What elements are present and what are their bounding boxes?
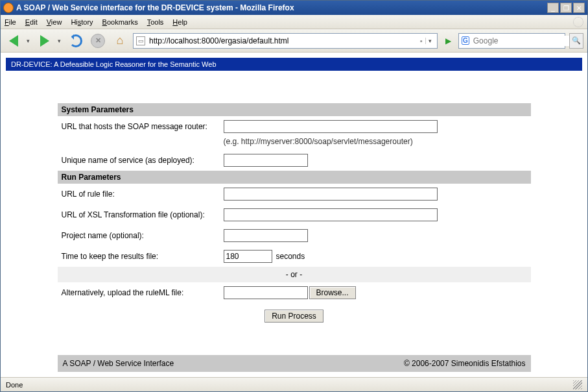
section-system-parameters: System Parameters [58, 103, 531, 116]
back-history-dropdown[interactable]: ▾ [27, 38, 32, 44]
forward-button[interactable] [36, 32, 54, 50]
input-rule-url[interactable] [224, 188, 438, 201]
search-button[interactable]: 🔍 [569, 33, 583, 49]
url-input[interactable] [148, 36, 417, 46]
reload-icon [69, 34, 82, 47]
run-process-button[interactable]: Run Process [265, 310, 323, 323]
statusbar: Done [1, 377, 587, 391]
menu-file[interactable]: File [5, 18, 16, 26]
magnifier-icon: 🔍 [572, 36, 581, 45]
arrow-right-icon [40, 35, 49, 47]
restore-button[interactable]: ❐ [560, 3, 572, 13]
stop-button[interactable]: ✕ [89, 32, 107, 50]
input-service-name[interactable] [224, 154, 308, 167]
menu-edit[interactable]: Edit [25, 18, 38, 26]
menu-view[interactable]: View [47, 18, 62, 26]
section-run-parameters: Run Parameters [58, 171, 531, 184]
label-ttl-unit: seconds [276, 252, 305, 261]
label-rule-url: URL of rule file: [62, 190, 224, 199]
google-icon: G [462, 36, 469, 45]
stop-icon: ✕ [91, 34, 105, 48]
status-text: Done [6, 381, 23, 389]
input-ttl[interactable] [224, 250, 272, 263]
address-bar[interactable]: ▭ ▪ ▾ [133, 33, 438, 49]
menu-bookmarks[interactable]: Bookmarks [102, 18, 138, 26]
close-button[interactable]: ✕ [573, 3, 585, 13]
browse-button[interactable]: Browse... [309, 286, 356, 299]
label-soap-url: URL that hosts the SOAP message router: [62, 122, 224, 131]
menubar: File Edit View History Bookmarks Tools H… [1, 15, 587, 29]
firefox-icon [3, 3, 14, 13]
search-box[interactable]: G [458, 33, 565, 49]
home-button[interactable]: ⌂ [111, 32, 129, 50]
back-button[interactable] [5, 32, 23, 50]
label-upload: Alternatively, upload the ruleML file: [62, 288, 224, 297]
go-button[interactable]: ▶ [441, 36, 454, 45]
navigation-toolbar: ▾ ▾ ✕ ⌂ ▭ ▪ ▾ ▶ G 🔍 [1, 29, 587, 53]
url-dropdown[interactable]: ▾ [425, 38, 434, 44]
label-project-name: Project name (optional): [62, 231, 224, 240]
footer-left: A SOAP / Web Service Interface [63, 359, 174, 368]
page-icon: ▭ [136, 36, 145, 45]
label-service-name: Unique name of service (as deployed): [62, 156, 224, 165]
feed-icon: ▪ [420, 37, 423, 45]
input-xsl-url[interactable] [224, 208, 438, 221]
page-footer: A SOAP / Web Service Interface © 2006-20… [58, 355, 531, 372]
firefox-window: A SOAP / Web Service interface for the D… [0, 0, 588, 392]
search-input[interactable] [472, 36, 572, 46]
label-ttl: Time to keep the results file: [62, 252, 224, 261]
hint-soap-url: (e.g. http://myserver:8000/soap/servlet/… [58, 137, 531, 150]
home-icon: ⌂ [117, 34, 124, 47]
resize-grip-icon[interactable] [573, 380, 582, 389]
label-xsl-url: URL of XSL Transformation file (optional… [62, 210, 224, 219]
arrow-left-icon [9, 35, 18, 47]
input-upload-path[interactable] [224, 286, 308, 299]
minimize-button[interactable]: _ [547, 3, 559, 13]
form-container: System Parameters URL that hosts the SOA… [58, 103, 531, 372]
input-soap-url[interactable] [224, 120, 438, 133]
activity-indicator-icon [573, 17, 583, 27]
window-title: A SOAP / Web Service interface for the D… [16, 3, 547, 12]
input-project-name[interactable] [224, 229, 308, 242]
footer-right: © 2006-2007 Simeonidis Efstathios [404, 359, 526, 368]
page-banner: DR-DEVICE: A Defeasible Logic Reasoner f… [6, 58, 582, 71]
menu-history[interactable]: History [71, 18, 93, 26]
forward-history-dropdown[interactable]: ▾ [58, 38, 63, 44]
reload-button[interactable] [67, 32, 85, 50]
or-separator: - or - [58, 267, 531, 282]
menu-tools[interactable]: Tools [147, 18, 164, 26]
page-content: DR-DEVICE: A Defeasible Logic Reasoner f… [1, 53, 587, 377]
titlebar: A SOAP / Web Service interface for the D… [1, 1, 587, 15]
menu-help[interactable]: Help [172, 18, 187, 26]
